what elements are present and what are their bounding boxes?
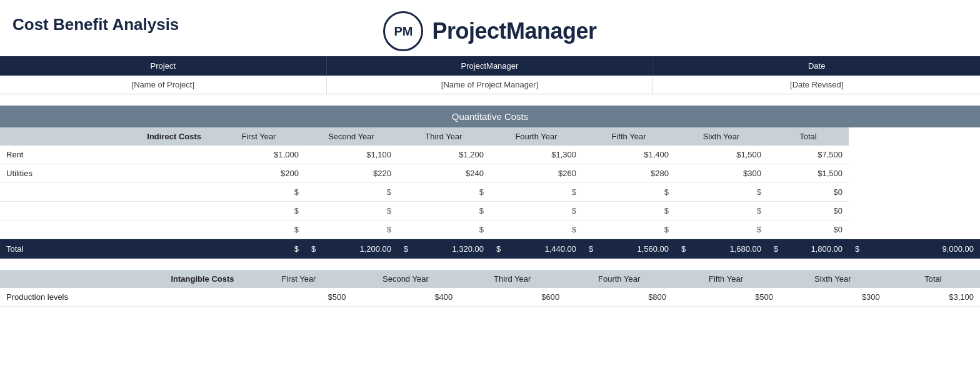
info-bar-values: [Name of Project] [Name of Project Manag… bbox=[0, 76, 980, 94]
intang-col-total: Total bbox=[886, 270, 980, 288]
row-val-y5: $500 bbox=[672, 288, 779, 307]
total-v6: 1,800.00 bbox=[811, 244, 842, 254]
total-row: Total $ $ 1,200.00 $ 1,320.00 $ bbox=[0, 239, 980, 259]
row-val-y4: $800 bbox=[566, 288, 672, 307]
row-label: Production levels bbox=[0, 288, 246, 307]
total-v2: 1,320.00 bbox=[452, 244, 484, 254]
row-val-y3: $240 bbox=[398, 164, 490, 183]
row-val-y5: $ bbox=[582, 220, 675, 239]
logo-area: PM ProjectManager bbox=[383, 11, 596, 51]
intangible-costs-table: Intangible Costs First Year Second Year … bbox=[0, 270, 980, 307]
page-title: Cost Benefit Analysis bbox=[12, 15, 179, 34]
indirect-costs-header-row: Indirect Costs First Year Second Year Th… bbox=[0, 127, 980, 146]
row-total: $1,500 bbox=[768, 164, 849, 183]
row-total: $7,500 bbox=[768, 146, 849, 164]
total-v4: 1,560.00 bbox=[637, 244, 669, 254]
row-val-y4: $1,300 bbox=[490, 146, 582, 164]
row-total: $0 bbox=[768, 202, 849, 220]
info-header-pm: ProjectManager bbox=[327, 56, 654, 76]
row-val-y1: $ bbox=[212, 183, 305, 202]
row-val-y4: $260 bbox=[490, 164, 582, 183]
intang-col-year6: Sixth Year bbox=[779, 270, 886, 288]
row-val-y3: $ bbox=[398, 183, 490, 202]
row-val-y1: $1,000 bbox=[212, 146, 305, 164]
total-ds2: $ bbox=[311, 244, 318, 254]
total-v5: 1,680.00 bbox=[729, 244, 761, 254]
table-row: Rent $1,000 $1,100 $1,200 $1,300 $1,400 … bbox=[0, 146, 980, 164]
logo-icon: PM bbox=[383, 11, 423, 51]
brand-name: ProjectManager bbox=[432, 18, 596, 44]
col-year4: Fourth Year bbox=[490, 127, 582, 146]
row-val-y6: $ bbox=[675, 220, 768, 239]
row-val-y5: $280 bbox=[582, 164, 675, 183]
col-year5: Fifth Year bbox=[582, 127, 675, 146]
row-label: Utilities bbox=[0, 164, 212, 183]
col-year2: Second Year bbox=[305, 127, 398, 146]
total-val-y2: $ 1,320.00 bbox=[398, 239, 490, 259]
page: Cost Benefit Analysis PM ProjectManager … bbox=[0, 0, 980, 391]
intang-col-year4: Fourth Year bbox=[566, 270, 672, 288]
row-val-y1: $200 bbox=[212, 164, 305, 183]
table-row: Utilities $200 $220 $240 $260 $280 $300 … bbox=[0, 164, 980, 183]
row-val-y6: $1,500 bbox=[675, 146, 768, 164]
row-label bbox=[0, 220, 212, 239]
col-year6: Sixth Year bbox=[675, 127, 768, 146]
total-val-y6: $ 1,800.00 bbox=[768, 239, 849, 259]
info-header-project: Project bbox=[0, 56, 327, 76]
row-val-y2: $ bbox=[305, 183, 398, 202]
row-val-y4: $ bbox=[490, 202, 582, 220]
row-val-y2: $ bbox=[305, 220, 398, 239]
total-ds5: $ bbox=[589, 244, 596, 254]
quantitative-costs-header: Quantitative Costs bbox=[0, 106, 980, 127]
row-val-y6: $300 bbox=[779, 288, 886, 307]
info-value-pm: [Name of Project Manager] bbox=[327, 76, 654, 94]
row-val-y1: $ bbox=[212, 202, 305, 220]
row-val-y3: $ bbox=[398, 220, 490, 239]
indirect-costs-label-header: Indirect Costs bbox=[0, 127, 212, 146]
row-val-y5: $ bbox=[582, 183, 675, 202]
total-v3: 1,440.00 bbox=[544, 244, 576, 254]
row-val-y2: $220 bbox=[305, 164, 398, 183]
info-value-project: [Name of Project] bbox=[0, 76, 327, 94]
row-val-y2: $400 bbox=[352, 288, 459, 307]
row-val-y6: $ bbox=[675, 202, 768, 220]
info-value-date: [Date Revised] bbox=[653, 76, 980, 94]
total-ds1: $ bbox=[212, 239, 305, 259]
info-bar-headers: Project ProjectManager Date bbox=[0, 56, 980, 76]
total-val-y5: $ 1,680.00 bbox=[675, 239, 768, 259]
row-total: $0 bbox=[768, 183, 849, 202]
total-ds7: $ bbox=[774, 244, 781, 254]
row-label: Rent bbox=[0, 146, 212, 164]
row-label bbox=[0, 202, 212, 220]
row-label bbox=[0, 183, 212, 202]
info-header-date: Date bbox=[653, 56, 980, 76]
total-val-y3: $ 1,440.00 bbox=[490, 239, 582, 259]
table-row: $ $ $ $ $ $ $0 bbox=[0, 202, 980, 220]
col-year1: First Year bbox=[212, 127, 305, 146]
col-total: Total bbox=[768, 127, 849, 146]
row-val-y4: $ bbox=[490, 220, 582, 239]
total-val-y4: $ 1,560.00 bbox=[582, 239, 675, 259]
row-val-y5: $ bbox=[582, 202, 675, 220]
row-total: $3,100 bbox=[886, 288, 980, 307]
total-ds4: $ bbox=[496, 244, 503, 254]
row-val-y4: $ bbox=[490, 183, 582, 202]
intang-col-year5: Fifth Year bbox=[672, 270, 779, 288]
total-val-grand: $ 9,000.00 bbox=[849, 239, 980, 259]
row-val-y5: $1,400 bbox=[582, 146, 675, 164]
intangible-costs-label-header: Intangible Costs bbox=[0, 270, 246, 288]
intang-col-year1: First Year bbox=[246, 270, 352, 288]
table-row: Production levels $500 $400 $600 $800 $5… bbox=[0, 288, 980, 307]
row-val-y6: $300 bbox=[675, 164, 768, 183]
intangible-costs-header-row: Intangible Costs First Year Second Year … bbox=[0, 270, 980, 288]
header: Cost Benefit Analysis PM ProjectManager bbox=[0, 0, 980, 56]
row-val-y1: $500 bbox=[246, 288, 352, 307]
row-val-y6: $ bbox=[675, 183, 768, 202]
table-row: $ $ $ $ $ $ $0 bbox=[0, 220, 980, 239]
intang-col-year2: Second Year bbox=[352, 270, 459, 288]
row-val-y3: $600 bbox=[459, 288, 566, 307]
row-val-y3: $ bbox=[398, 202, 490, 220]
col-year3: Third Year bbox=[398, 127, 490, 146]
row-val-y2: $ bbox=[305, 202, 398, 220]
total-ds3: $ bbox=[404, 244, 411, 254]
